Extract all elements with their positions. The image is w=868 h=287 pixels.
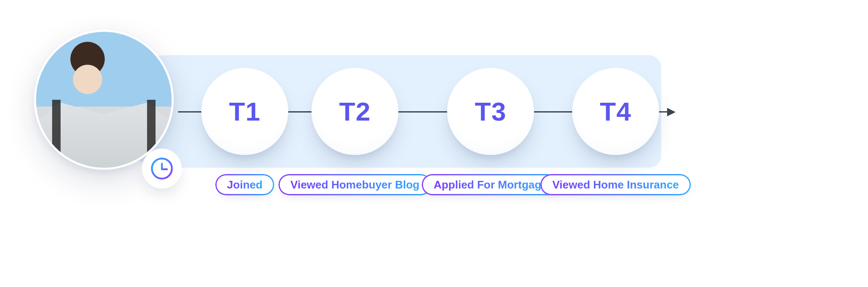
timeline-label: Applied For Mortgage [422, 174, 559, 195]
timeline-node: T1 [201, 68, 288, 155]
timeline-node: T2 [312, 68, 398, 155]
timeline-step: T3 Applied For Mortgage [447, 68, 534, 195]
timeline-step: T4 Viewed Home Insurance [572, 68, 659, 195]
clock-icon [142, 149, 182, 189]
timeline-node: T4 [572, 68, 659, 155]
timeline-label: Joined [215, 174, 275, 195]
timeline-label: Viewed Homebuyer Blog [278, 174, 431, 195]
user-avatar [34, 30, 174, 170]
timeline-step: T1 Joined [201, 68, 288, 195]
timeline-label: Viewed Home Insurance [540, 174, 691, 195]
timeline-node: T3 [447, 68, 534, 155]
avatar-photo [36, 32, 172, 168]
timeline-row: T1 Joined T2 Viewed Homebuyer Blog T3 Ap… [182, 68, 661, 155]
user-journey-diagram: T1 Joined T2 Viewed Homebuyer Blog T3 Ap… [34, 21, 661, 259]
timeline-step: T2 Viewed Homebuyer Blog [312, 68, 398, 195]
